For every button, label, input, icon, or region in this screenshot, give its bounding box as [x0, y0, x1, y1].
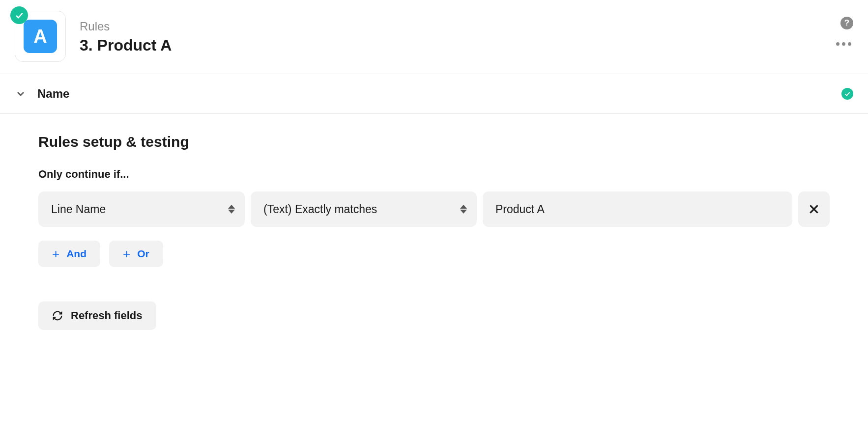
help-icon[interactable]: ? [840, 17, 853, 29]
add-and-button[interactable]: + And [38, 241, 100, 267]
sort-caret-icon [460, 205, 467, 214]
content-area: Rules setup & testing Only continue if..… [0, 114, 868, 359]
rule-operator-value: (Text) Exactly matches [263, 203, 377, 216]
app-badge-container: A [15, 11, 66, 62]
refresh-label: Refresh fields [71, 309, 143, 322]
or-label: Or [137, 248, 149, 260]
add-or-button[interactable]: + Or [109, 241, 163, 267]
section-toggle-name[interactable]: Name [0, 74, 868, 113]
logic-buttons-row: + And + Or [38, 241, 830, 267]
section-complete-icon [841, 88, 853, 100]
step-title: 3. Product A [80, 36, 172, 54]
sort-caret-icon [228, 205, 235, 214]
header-kicker: Rules [80, 20, 172, 33]
section-label: Name [37, 87, 69, 101]
step-header: A Rules 3. Product A ? [0, 0, 868, 74]
check-icon [14, 10, 24, 20]
rule-value-text: Product A [495, 203, 545, 216]
and-label: And [66, 248, 87, 260]
refresh-fields-button[interactable]: Refresh fields [38, 301, 156, 330]
plus-icon: + [52, 247, 59, 260]
content-title: Rules setup & testing [38, 134, 830, 150]
rule-row: Line Name (Text) Exactly matches Product… [38, 191, 830, 227]
step-complete-badge [10, 6, 28, 24]
app-badge-letter: A [33, 26, 47, 47]
app-badge: A [24, 20, 57, 53]
remove-rule-button[interactable] [798, 191, 830, 227]
close-icon [808, 203, 820, 216]
rules-subtitle: Only continue if... [38, 168, 830, 181]
chevron-down-icon [15, 88, 27, 100]
plus-icon: + [123, 247, 130, 260]
rule-operator-select[interactable]: (Text) Exactly matches [251, 191, 477, 227]
header-titles: Rules 3. Product A [80, 20, 172, 54]
more-menu-button[interactable] [834, 40, 853, 48]
rule-field-value: Line Name [51, 203, 106, 216]
rule-value-input[interactable]: Product A [483, 191, 792, 227]
rule-field-select[interactable]: Line Name [38, 191, 245, 227]
refresh-icon [52, 310, 63, 321]
